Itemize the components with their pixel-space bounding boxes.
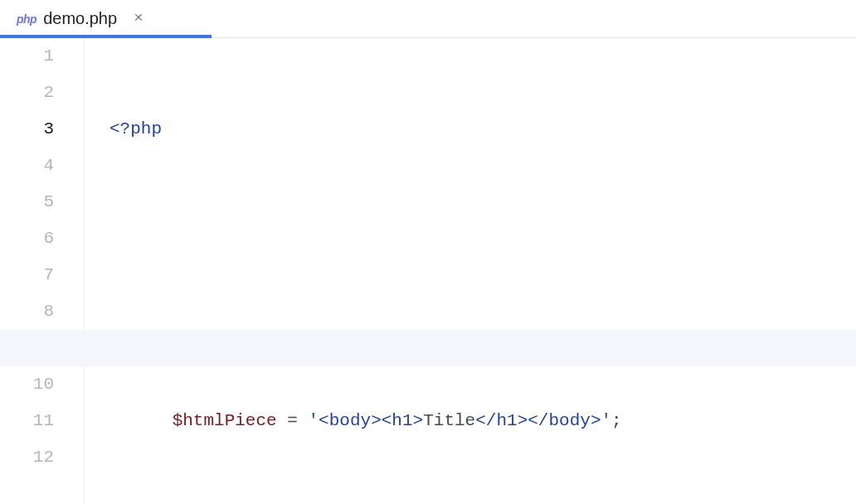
php-file-icon: php	[17, 12, 36, 26]
code-line	[109, 220, 856, 257]
line-number: 5	[0, 184, 54, 220]
line-number: 6	[0, 220, 54, 257]
token-html-tag: <	[319, 411, 329, 430]
line-number-gutter: 123456789101112	[0, 38, 85, 504]
token-semicolon: ;	[611, 411, 622, 430]
line-number: 7	[0, 257, 54, 293]
line-number: 10	[0, 366, 54, 403]
token-operator: =	[287, 411, 298, 430]
line-number: 3	[0, 111, 54, 148]
line-number: 4	[0, 148, 54, 184]
token-string-quote: '	[601, 411, 611, 430]
tab-filename: demo.php	[43, 9, 117, 28]
code-line-active: $htmlPiece = '<body><h1>Title</h1></body…	[109, 330, 856, 366]
token-text: Title	[423, 411, 475, 430]
code-line: <?php	[109, 111, 856, 148]
token-php-open: <?php	[109, 119, 162, 138]
editor-tab-demo-php[interactable]: php demo.php ×	[0, 0, 160, 37]
code-area[interactable]: <?php $htmlPiece = '<body><h1>Title</h1>…	[85, 38, 856, 504]
line-number: 8	[0, 293, 54, 330]
active-line-highlight	[0, 330, 856, 366]
code-editor[interactable]: 123456789101112 <?php $htmlPiece = '<bod…	[0, 38, 856, 504]
line-number: 1	[0, 38, 54, 75]
line-number: 12	[0, 439, 54, 476]
token-string-quote: '	[308, 411, 319, 430]
line-number: 11	[0, 403, 54, 439]
token-variable: $htmlPiece	[173, 411, 277, 430]
tab-bar: php demo.php ×	[0, 0, 856, 38]
line-number: 2	[0, 75, 54, 111]
code-line	[109, 439, 856, 476]
close-icon[interactable]: ×	[132, 11, 144, 27]
